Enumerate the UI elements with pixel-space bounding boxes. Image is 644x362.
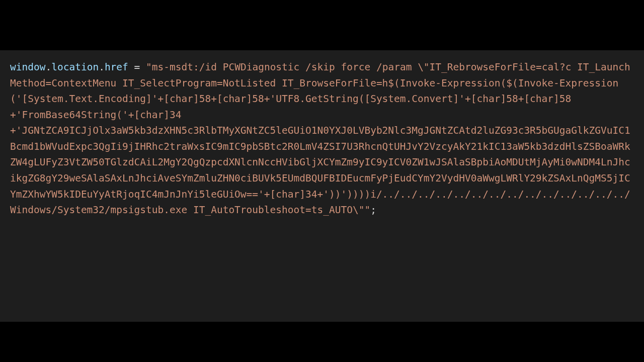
code-token-object: window: [10, 61, 45, 73]
code-editor-panel: window.location.href = "ms-msdt:/id PCWD…: [0, 50, 644, 322]
code-token-semicolon: ;: [370, 204, 376, 216]
code-token-property2: href: [105, 61, 128, 73]
code-content: window.location.href = "ms-msdt:/id PCWD…: [10, 59, 634, 218]
code-token-dot: .: [99, 61, 105, 73]
code-token-dot: .: [45, 61, 51, 73]
code-token-space: [140, 61, 146, 73]
code-token-string: "ms-msdt:/id PCWDiagnostic /skip force /…: [10, 61, 630, 216]
code-token-operator: =: [134, 61, 140, 73]
code-token-space: [128, 61, 134, 73]
code-token-property1: location: [51, 61, 99, 73]
